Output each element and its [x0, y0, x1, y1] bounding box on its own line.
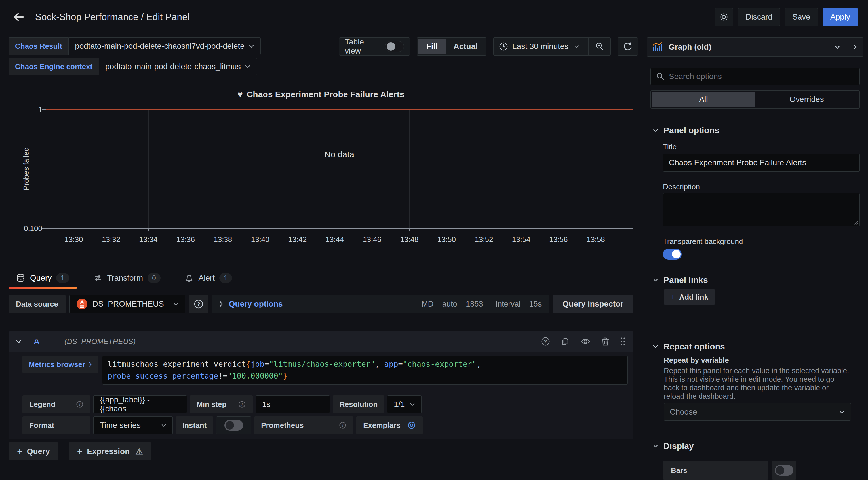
y-axis-label: Probes failed: [22, 135, 31, 203]
tab-all[interactable]: All: [652, 92, 755, 107]
transparent-background-toggle[interactable]: [663, 249, 682, 260]
description-input[interactable]: [663, 193, 860, 227]
variable-chaos-result: Chaos Result podtato-main-pod-delete-cha…: [8, 37, 261, 55]
tab-alert[interactable]: Alert 1: [177, 269, 240, 287]
query-help-icon[interactable]: ?: [540, 336, 551, 347]
panel-type-name: Graph (old): [669, 42, 711, 52]
discard-button[interactable]: Discard: [738, 8, 780, 26]
refresh-button[interactable]: [618, 37, 638, 56]
query-body: Metrics browser litmuschaos_experiment_v…: [9, 352, 633, 439]
x-tick-label: 13:42: [288, 235, 307, 244]
data-source-row: Data source DS_PROMETHEUS ? Query option…: [8, 295, 633, 313]
gridline: [484, 109, 484, 228]
time-range-value: Last 30 minutes: [512, 42, 568, 51]
sidebar-divider: [642, 34, 642, 480]
alert-threshold-line[interactable]: [46, 109, 632, 110]
tabs-divider: [8, 287, 633, 287]
duplicate-query-icon[interactable]: [560, 336, 570, 347]
section-panel-options[interactable]: Panel options: [650, 126, 860, 135]
bars-toggle[interactable]: [775, 465, 794, 476]
section-title: Panel links: [663, 275, 708, 285]
fill-option[interactable]: Fill: [418, 39, 446, 54]
options-pane: All Overrides Panel options Title Descri…: [647, 63, 864, 480]
dashboard-variables: Chaos Result podtato-main-pod-delete-cha…: [8, 37, 261, 75]
resolution-select[interactable]: 1/1: [387, 395, 422, 413]
x-tick-mark: [372, 228, 372, 231]
variable-value-dropdown[interactable]: podtato-main-pod-delete-chaosnl7vd-pod-d…: [68, 37, 261, 55]
add-expression-label: Expression: [87, 447, 130, 456]
max-data-points-info: MD = auto = 1853: [422, 300, 483, 309]
tab-label: Alert: [198, 273, 215, 282]
format-select[interactable]: Time series: [93, 416, 173, 434]
data-source-help-button[interactable]: ?: [189, 295, 208, 313]
section-title: Panel options: [663, 126, 719, 135]
section-repeat-options[interactable]: Repeat options: [650, 342, 860, 351]
tab-overrides[interactable]: Overrides: [755, 92, 858, 107]
database-icon: [16, 273, 26, 283]
plot-area[interactable]: 1 0.100 No data: [46, 109, 632, 229]
resize-grip-icon[interactable]: [854, 220, 858, 225]
info-icon: i: [238, 400, 246, 408]
variable-value-dropdown[interactable]: podtato-main-pod-delete-chaos_litmus: [99, 58, 257, 75]
panel-settings-button[interactable]: [715, 8, 733, 26]
query-header[interactable]: A (DS_PROMETHEUS) ?: [9, 331, 633, 352]
promql-query-input[interactable]: litmuschaos_experiment_verdict{job="litm…: [102, 355, 628, 384]
data-source-picker[interactable]: DS_PROMETHEUS: [69, 295, 185, 313]
zoom-out-button[interactable]: [588, 38, 611, 55]
instant-toggle-cell: [216, 416, 251, 434]
x-tick-label: 13:30: [64, 235, 83, 244]
section-display[interactable]: Display: [650, 441, 860, 451]
add-expression-button[interactable]: + Expression ⚠: [69, 442, 152, 460]
zoom-out-icon: [595, 42, 604, 51]
x-tick-label: 13:58: [587, 235, 605, 244]
apply-button[interactable]: Apply: [823, 8, 858, 26]
drag-handle-icon[interactable]: [620, 337, 626, 346]
add-link-button[interactable]: + Add link: [664, 289, 715, 305]
panel-toolbar: Table view Fill Actual Last 30 minutes: [339, 37, 638, 56]
query-footer-buttons: + Query + Expression ⚠: [8, 442, 152, 460]
save-button[interactable]: Save: [785, 8, 818, 26]
panel-title-input[interactable]: [663, 153, 860, 172]
section-title: Repeat options: [663, 342, 725, 351]
resolution-value: 1/1: [394, 400, 405, 409]
bars-label: Bars: [663, 461, 769, 480]
back-button[interactable]: [10, 8, 27, 26]
tab-transform[interactable]: Transform 0: [86, 269, 168, 287]
variable-value: podtato-main-pod-delete-chaosnl7vd-pod-d…: [75, 42, 245, 51]
panel-preview: ♥ Chaos Experiment Probe Failure Alerts …: [8, 82, 633, 264]
gridline: [111, 109, 111, 228]
toggle-visibility-icon[interactable]: [580, 337, 591, 346]
panel-type-picker[interactable]: Graph (old): [647, 37, 864, 57]
time-range-picker: Last 30 minutes: [493, 37, 611, 56]
add-query-button[interactable]: + Query: [8, 442, 58, 460]
instant-toggle[interactable]: [224, 420, 243, 431]
collapse-options-button[interactable]: [847, 38, 863, 57]
chevron-right-icon: [219, 301, 223, 307]
metrics-browser-button[interactable]: Metrics browser: [23, 355, 98, 373]
delete-query-icon[interactable]: [600, 336, 610, 347]
format-label-cell: Format: [23, 416, 91, 434]
exemplars-target-icon[interactable]: [407, 421, 416, 430]
chevron-down-icon: [839, 410, 845, 414]
x-tick-mark: [298, 228, 298, 231]
editor-tabs: Query 1 Transform 0 Alert 1: [8, 269, 240, 287]
legend-format-input[interactable]: {{app_label}} - {{chaos…: [93, 395, 187, 413]
top-bar: Sock-Shop Performance / Edit Panel Disca…: [0, 0, 868, 34]
plus-icon: +: [671, 293, 675, 302]
actual-option[interactable]: Actual: [446, 39, 485, 54]
query-options-link[interactable]: Query options: [229, 300, 283, 309]
tab-query[interactable]: Query 1: [8, 269, 76, 287]
query-inspector-button[interactable]: Query inspector: [553, 295, 633, 313]
repeat-variable-select[interactable]: Choose: [664, 403, 851, 421]
time-range-button[interactable]: Last 30 minutes: [494, 38, 588, 55]
section-divider: [647, 268, 863, 268]
options-search-input[interactable]: [669, 72, 855, 81]
chevron-down-icon: [161, 423, 166, 427]
gridline: [447, 109, 447, 228]
gridline: [372, 109, 372, 228]
table-view-toggle[interactable]: [385, 41, 404, 52]
clock-icon: [499, 42, 508, 51]
min-step-input[interactable]: 1s: [255, 395, 330, 413]
section-panel-links[interactable]: Panel links: [650, 275, 860, 285]
transform-icon: [93, 273, 103, 283]
